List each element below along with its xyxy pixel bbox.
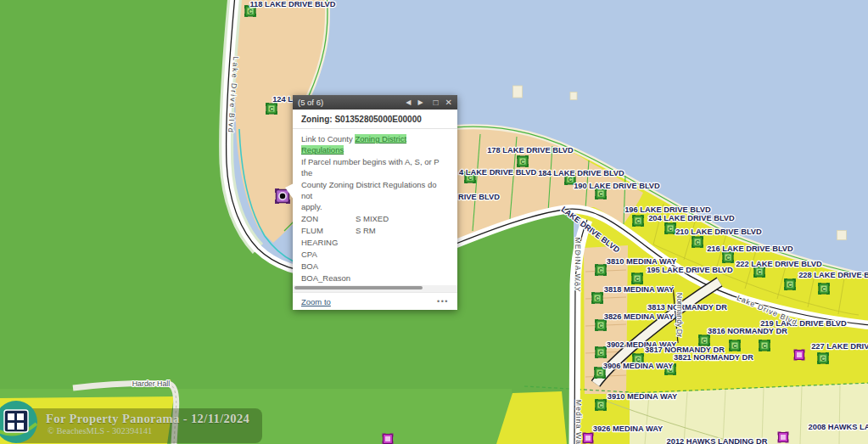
field-label: FLUM xyxy=(301,225,356,236)
popup-callout-tail xyxy=(285,183,294,200)
popup-field-row: HEARING xyxy=(301,237,449,249)
map-address-label: 195 LAKE DRIVE BLVD xyxy=(647,266,733,274)
attribute-table: ZONS MIXEDFLUMS RMHEARINGCPABOABOA_Reaso… xyxy=(301,213,449,285)
more-options-icon[interactable]: ••• xyxy=(437,297,449,306)
parcel-note-line: County Zoning District Regulations do no… xyxy=(301,179,449,202)
close-icon[interactable]: ✕ xyxy=(445,95,452,110)
map-address-label: 3826 MEDINA WAY xyxy=(604,312,675,321)
tree-marker-icon[interactable]: C xyxy=(595,399,607,411)
popup-pager: (5 of 6) xyxy=(298,98,323,107)
watermark-title: For Property Panorama - 12/11/2024 xyxy=(46,412,249,426)
map-address-label: 3813 NORMANDY DR xyxy=(647,303,727,312)
dock-marker xyxy=(570,93,577,100)
map-address-label: 2012 HAWKS LANDING DR xyxy=(667,437,768,444)
tree-marker-icon[interactable]: C xyxy=(818,283,830,295)
popup-footer: Zoom to ••• xyxy=(293,292,457,310)
watermark-attribution: © BeachesMLS - 302394141 xyxy=(48,426,152,436)
tree-marker-icon[interactable]: C xyxy=(632,215,644,227)
map-address-label: 228 LAKE DRIVE BLVD xyxy=(798,271,868,279)
tree-marker-icon[interactable]: C xyxy=(595,264,607,276)
maximize-icon[interactable]: □ xyxy=(434,95,439,110)
popup-title: Zoning: S01352805000E00000 xyxy=(293,110,457,129)
map-address-label: 216 LAKE DRIVE BLVD xyxy=(707,244,793,253)
map-address-label: 190 LAKE DRIVE BLVD xyxy=(574,182,660,190)
tree-marker-icon[interactable]: C xyxy=(595,319,607,331)
svg-text:C: C xyxy=(757,269,761,275)
svg-text:C: C xyxy=(635,276,639,282)
map-street-label: Normandy Dr xyxy=(675,293,684,337)
tree-marker-icon[interactable]: C xyxy=(784,278,796,290)
svg-text:C: C xyxy=(668,226,672,232)
next-feature-icon[interactable]: ▶ xyxy=(417,95,423,110)
svg-text:C: C xyxy=(695,239,699,245)
svg-text:C: C xyxy=(598,323,602,329)
popup-field-row: BOA_Reason xyxy=(301,273,449,284)
svg-text:C: C xyxy=(787,282,792,288)
map-address-label: 184 LAKE DRIVE BLVD xyxy=(538,169,624,177)
map-address-label: 3818 MEDINA WAY xyxy=(604,285,675,294)
magenta-marker-icon[interactable] xyxy=(583,433,594,444)
dock-marker xyxy=(837,231,847,240)
map-address-label: 3906 MEDINA WAY xyxy=(603,362,674,370)
previous-feature-icon[interactable]: ◀ xyxy=(406,95,411,110)
map-street-label: Medina Way xyxy=(574,400,583,444)
svg-text:C: C xyxy=(598,350,602,356)
svg-text:C: C xyxy=(732,343,736,349)
svg-text:C: C xyxy=(821,286,826,292)
tree-marker-icon[interactable]: C xyxy=(759,340,770,351)
svg-text:C: C xyxy=(702,338,706,344)
parcel-note-line: If Parcel number begins with A, S, or P … xyxy=(301,156,449,179)
map-address-label: 3821 NORMANDY DR xyxy=(674,353,753,362)
map-address-label: 210 LAKE DRIVE BLVD xyxy=(675,228,762,236)
map-street-label: Harder Hall xyxy=(132,379,171,388)
popup-field-row: ZONS MIXED xyxy=(301,213,449,225)
map-address-label: 2008 HAWKS LANDING DR xyxy=(809,423,868,431)
tree-marker-icon[interactable]: C xyxy=(729,340,741,351)
map-address-label: 3926 MEDINA WAY xyxy=(593,424,664,433)
svg-text:C: C xyxy=(636,218,640,224)
tree-marker-icon[interactable]: C xyxy=(664,222,676,234)
feature-info-popup: (5 of 6) ◀ ▶ □ ✕ Zoning: S01352805000E00… xyxy=(293,95,457,310)
popup-horizontal-scrollbar xyxy=(293,285,457,292)
svg-text:C: C xyxy=(597,370,602,376)
zoom-to-link[interactable]: Zoom to xyxy=(301,297,331,306)
tree-marker-icon[interactable]: C xyxy=(692,236,703,248)
svg-text:C: C xyxy=(762,343,766,349)
field-label: CPA xyxy=(301,249,356,260)
property-panorama-logo-icon xyxy=(0,400,42,444)
magenta-marker-icon[interactable] xyxy=(383,434,394,444)
map-address-label: 4 LAKE DRIVE BLVD xyxy=(459,168,537,177)
tree-marker-icon[interactable]: C xyxy=(817,352,829,364)
dock-marker xyxy=(513,86,523,98)
map-address-label: 204 LAKE DRIVE BLVD xyxy=(648,214,735,222)
popup-content: Link to County Zoning District Regulatio… xyxy=(293,129,457,285)
tree-marker-icon[interactable]: C xyxy=(631,273,643,284)
scrollbar-thumb[interactable] xyxy=(294,286,423,289)
link-prefix: Link to County xyxy=(301,134,355,143)
parcel-note: If Parcel number begins with A, S, or P … xyxy=(301,156,449,213)
map-address-label: 222 LAKE DRIVE BLVD xyxy=(736,260,822,268)
field-label: HEARING xyxy=(301,237,356,248)
popup-field-row: CPA xyxy=(301,249,449,261)
svg-text:C: C xyxy=(598,402,602,408)
magenta-marker-icon[interactable] xyxy=(778,432,789,443)
field-value: S RM xyxy=(356,225,449,236)
svg-text:C: C xyxy=(595,295,599,301)
map-address-label: 196 LAKE DRIVE BLVD xyxy=(624,205,711,214)
tree-marker-icon[interactable]: C xyxy=(517,155,529,167)
svg-text:C: C xyxy=(248,8,252,14)
field-label: ZON xyxy=(301,213,356,224)
popup-header: (5 of 6) ◀ ▶ □ ✕ xyxy=(293,95,457,110)
watermark: For Property Panorama - 12/11/2024 © Bea… xyxy=(0,400,280,444)
tree-marker-icon[interactable]: C xyxy=(266,103,277,115)
tree-marker-icon[interactable]: C xyxy=(591,292,603,304)
field-label: BOA xyxy=(301,261,356,272)
popup-field-row: BOA xyxy=(301,261,449,273)
regulations-link-line: Link to County Zoning District Regulatio… xyxy=(301,133,449,156)
map-address-label: 3816 NORMANDY DR xyxy=(708,327,787,335)
magenta-marker-icon[interactable] xyxy=(794,350,805,361)
tree-marker-icon[interactable]: C xyxy=(722,251,734,263)
tree-marker-icon[interactable]: C xyxy=(698,334,710,346)
tree-marker-icon[interactable]: C xyxy=(595,346,607,358)
svg-text:C: C xyxy=(725,255,730,261)
